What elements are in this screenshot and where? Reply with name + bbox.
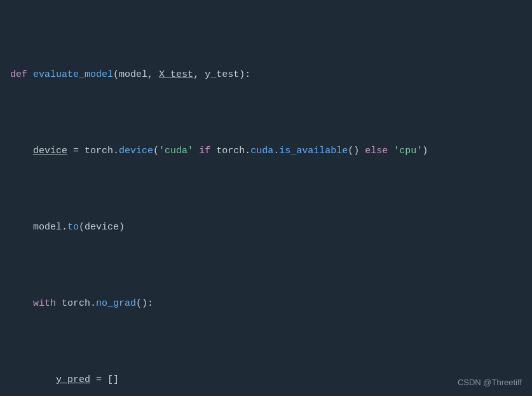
code-line-4: with torch.no_grad():	[0, 296, 532, 311]
code-line-1: def evaluate_model(model, X_test, y_test…	[0, 67, 532, 83]
code-line-3: model.to(device)	[0, 220, 532, 235]
code-editor: def evaluate_model(model, X_test, y_test…	[0, 0, 532, 396]
code-line-5: y_pred = []	[0, 372, 532, 388]
watermark: CSDN @Threetiff	[458, 376, 522, 390]
code-line-2: device = torch.device('cuda' if torch.cu…	[0, 144, 532, 159]
